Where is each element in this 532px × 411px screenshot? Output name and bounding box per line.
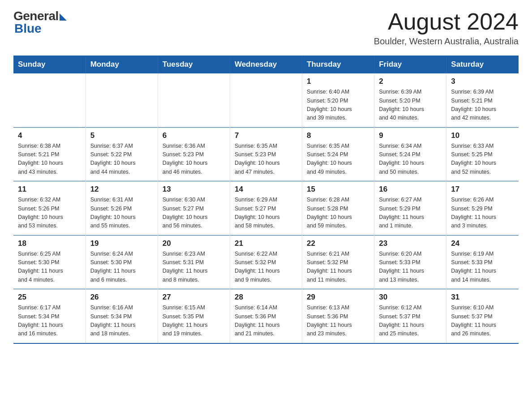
day-number: 6 — [163, 131, 225, 140]
day-number: 26 — [90, 293, 153, 302]
calendar-cell: 23Sunrise: 6:20 AMSunset: 5:33 PMDayligh… — [374, 235, 446, 289]
calendar-cell: 30Sunrise: 6:12 AMSunset: 5:37 PMDayligh… — [374, 289, 446, 343]
day-info: Sunrise: 6:40 AMSunset: 5:20 PMDaylight:… — [307, 88, 369, 123]
calendar-header-row: SundayMondayTuesdayWednesdayThursdayFrid… — [13, 56, 519, 73]
day-info: Sunrise: 6:20 AMSunset: 5:33 PMDaylight:… — [379, 250, 442, 285]
calendar-cell: 3Sunrise: 6:39 AMSunset: 5:21 PMDaylight… — [446, 73, 519, 127]
day-info: Sunrise: 6:23 AMSunset: 5:31 PMDaylight:… — [163, 250, 225, 285]
day-number: 10 — [451, 131, 514, 140]
calendar-cell: 6Sunrise: 6:36 AMSunset: 5:23 PMDaylight… — [158, 127, 230, 181]
calendar-cell: 11Sunrise: 6:32 AMSunset: 5:26 PMDayligh… — [13, 181, 86, 235]
calendar-cell: 28Sunrise: 6:14 AMSunset: 5:36 PMDayligh… — [230, 289, 302, 343]
header-day-wednesday: Wednesday — [230, 56, 302, 73]
day-info: Sunrise: 6:24 AMSunset: 5:30 PMDaylight:… — [90, 250, 153, 285]
day-info: Sunrise: 6:13 AMSunset: 5:36 PMDaylight:… — [307, 304, 369, 338]
header-day-saturday: Saturday — [446, 56, 519, 73]
header-day-friday: Friday — [374, 56, 446, 73]
calendar-cell: 26Sunrise: 6:16 AMSunset: 5:34 PMDayligh… — [86, 289, 158, 343]
header-day-monday: Monday — [86, 56, 158, 73]
day-info: Sunrise: 6:29 AMSunset: 5:27 PMDaylight:… — [235, 196, 297, 231]
day-number: 19 — [90, 239, 153, 248]
calendar-cell: 18Sunrise: 6:25 AMSunset: 5:30 PMDayligh… — [13, 235, 86, 289]
day-info: Sunrise: 6:37 AMSunset: 5:22 PMDaylight:… — [90, 142, 153, 177]
calendar-cell: 19Sunrise: 6:24 AMSunset: 5:30 PMDayligh… — [86, 235, 158, 289]
calendar-cell: 4Sunrise: 6:38 AMSunset: 5:21 PMDaylight… — [13, 127, 86, 181]
day-info: Sunrise: 6:38 AMSunset: 5:21 PMDaylight:… — [18, 142, 81, 177]
month-year-title: August 2024 — [374, 9, 519, 34]
logo-blue-text: Blue — [13, 21, 42, 36]
day-number: 5 — [90, 131, 153, 140]
day-number: 16 — [379, 185, 442, 194]
calendar-cell: 2Sunrise: 6:39 AMSunset: 5:20 PMDaylight… — [374, 73, 446, 127]
calendar-cell: 27Sunrise: 6:15 AMSunset: 5:35 PMDayligh… — [158, 289, 230, 343]
logo-triangle-icon — [60, 13, 67, 21]
calendar-cell — [158, 73, 230, 127]
day-info: Sunrise: 6:36 AMSunset: 5:23 PMDaylight:… — [163, 142, 225, 177]
day-number: 15 — [307, 185, 369, 194]
day-info: Sunrise: 6:39 AMSunset: 5:21 PMDaylight:… — [451, 88, 514, 123]
day-number: 23 — [379, 239, 442, 248]
calendar-cell: 10Sunrise: 6:33 AMSunset: 5:25 PMDayligh… — [446, 127, 519, 181]
day-number: 24 — [451, 239, 514, 248]
day-info: Sunrise: 6:10 AMSunset: 5:37 PMDaylight:… — [451, 304, 514, 338]
day-number: 18 — [18, 239, 81, 248]
week-row-3: 11Sunrise: 6:32 AMSunset: 5:26 PMDayligh… — [13, 181, 519, 235]
day-info: Sunrise: 6:25 AMSunset: 5:30 PMDaylight:… — [18, 250, 81, 285]
header-day-thursday: Thursday — [302, 56, 374, 73]
day-info: Sunrise: 6:21 AMSunset: 5:32 PMDaylight:… — [307, 250, 369, 285]
calendar-cell: 5Sunrise: 6:37 AMSunset: 5:22 PMDaylight… — [86, 127, 158, 181]
calendar-cell: 21Sunrise: 6:22 AMSunset: 5:32 PMDayligh… — [230, 235, 302, 289]
day-info: Sunrise: 6:14 AMSunset: 5:36 PMDaylight:… — [235, 304, 297, 338]
day-number: 25 — [18, 293, 81, 302]
calendar-cell: 8Sunrise: 6:35 AMSunset: 5:24 PMDaylight… — [302, 127, 374, 181]
day-info: Sunrise: 6:34 AMSunset: 5:24 PMDaylight:… — [379, 142, 442, 177]
day-number: 30 — [379, 293, 442, 302]
calendar-cell: 17Sunrise: 6:26 AMSunset: 5:29 PMDayligh… — [446, 181, 519, 235]
calendar-cell: 7Sunrise: 6:35 AMSunset: 5:23 PMDaylight… — [230, 127, 302, 181]
calendar-cell: 25Sunrise: 6:17 AMSunset: 5:34 PMDayligh… — [13, 289, 86, 343]
day-number: 7 — [235, 131, 297, 140]
day-number: 13 — [163, 185, 225, 194]
day-number: 11 — [18, 185, 81, 194]
calendar-cell: 16Sunrise: 6:27 AMSunset: 5:29 PMDayligh… — [374, 181, 446, 235]
day-info: Sunrise: 6:35 AMSunset: 5:23 PMDaylight:… — [235, 142, 297, 177]
day-number: 29 — [307, 293, 369, 302]
calendar-cell: 24Sunrise: 6:19 AMSunset: 5:33 PMDayligh… — [446, 235, 519, 289]
title-section: August 2024 Boulder, Western Australia, … — [374, 9, 519, 47]
calendar-cell: 12Sunrise: 6:31 AMSunset: 5:26 PMDayligh… — [86, 181, 158, 235]
day-info: Sunrise: 6:39 AMSunset: 5:20 PMDaylight:… — [379, 88, 442, 123]
day-number: 14 — [235, 185, 297, 194]
day-info: Sunrise: 6:26 AMSunset: 5:29 PMDaylight:… — [451, 196, 514, 231]
location-subtitle: Boulder, Western Australia, Australia — [374, 36, 519, 47]
header-day-tuesday: Tuesday — [158, 56, 230, 73]
day-number: 27 — [163, 293, 225, 302]
day-info: Sunrise: 6:16 AMSunset: 5:34 PMDaylight:… — [90, 304, 153, 338]
week-row-1: 1Sunrise: 6:40 AMSunset: 5:20 PMDaylight… — [13, 73, 519, 127]
calendar-cell: 22Sunrise: 6:21 AMSunset: 5:32 PMDayligh… — [302, 235, 374, 289]
day-number: 31 — [451, 293, 514, 302]
day-info: Sunrise: 6:15 AMSunset: 5:35 PMDaylight:… — [163, 304, 225, 338]
day-info: Sunrise: 6:19 AMSunset: 5:33 PMDaylight:… — [451, 250, 514, 285]
day-info: Sunrise: 6:33 AMSunset: 5:25 PMDaylight:… — [451, 142, 514, 177]
day-info: Sunrise: 6:28 AMSunset: 5:28 PMDaylight:… — [307, 196, 369, 231]
calendar-cell: 1Sunrise: 6:40 AMSunset: 5:20 PMDaylight… — [302, 73, 374, 127]
day-number: 1 — [307, 77, 369, 86]
calendar-cell — [230, 73, 302, 127]
calendar-cell: 14Sunrise: 6:29 AMSunset: 5:27 PMDayligh… — [230, 181, 302, 235]
week-row-5: 25Sunrise: 6:17 AMSunset: 5:34 PMDayligh… — [13, 289, 519, 343]
calendar-cell: 29Sunrise: 6:13 AMSunset: 5:36 PMDayligh… — [302, 289, 374, 343]
day-number: 20 — [163, 239, 225, 248]
day-info: Sunrise: 6:31 AMSunset: 5:26 PMDaylight:… — [90, 196, 153, 231]
day-number: 22 — [307, 239, 369, 248]
day-number: 9 — [379, 131, 442, 140]
header: General Blue August 2024 Boulder, Wester… — [13, 9, 519, 47]
logo: General Blue — [13, 9, 67, 36]
header-day-sunday: Sunday — [13, 56, 86, 73]
day-info: Sunrise: 6:35 AMSunset: 5:24 PMDaylight:… — [307, 142, 369, 177]
calendar-cell: 9Sunrise: 6:34 AMSunset: 5:24 PMDaylight… — [374, 127, 446, 181]
day-number: 4 — [18, 131, 81, 140]
calendar-cell: 15Sunrise: 6:28 AMSunset: 5:28 PMDayligh… — [302, 181, 374, 235]
day-info: Sunrise: 6:22 AMSunset: 5:32 PMDaylight:… — [235, 250, 297, 285]
day-info: Sunrise: 6:32 AMSunset: 5:26 PMDaylight:… — [18, 196, 81, 231]
calendar-cell: 20Sunrise: 6:23 AMSunset: 5:31 PMDayligh… — [158, 235, 230, 289]
